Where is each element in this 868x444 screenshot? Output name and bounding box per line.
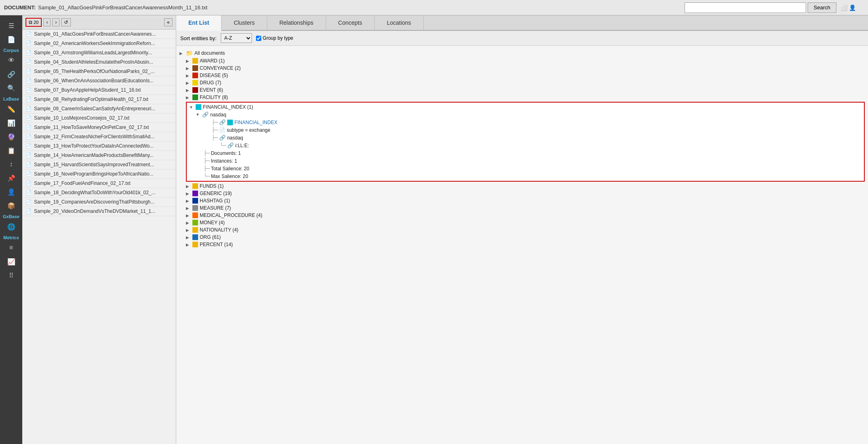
file-item[interactable]: 📄Sample_05_TheHealthPerksOfOurNationalPa… bbox=[22, 67, 176, 76]
file-item[interactable]: 📄Sample_06_WhenOnAnAssociationBoardEduca… bbox=[22, 76, 176, 86]
file-item[interactable]: 📄Sample_02_AmericanWorkersSeekImmigratio… bbox=[22, 39, 176, 48]
sidebar-doc-icon[interactable]: 📄 bbox=[3, 32, 19, 46]
doc-icon: 📄 bbox=[219, 127, 225, 133]
file-item[interactable]: 📄Sample_12_FirmCreatesNicheForClientsWit… bbox=[22, 132, 176, 142]
sort-select[interactable]: A-Z Z-A Count Salience bbox=[221, 33, 252, 43]
file-item[interactable]: 📄Sample_15_HarvardScientistSaysImprovedT… bbox=[22, 160, 176, 169]
search-button[interactable]: Search bbox=[808, 2, 836, 13]
file-item[interactable]: 📄Sample_14_HowAmericanMadeProductsBenefi… bbox=[22, 151, 176, 160]
badge-button[interactable]: ⧉ 20 bbox=[26, 18, 42, 27]
org-icon bbox=[192, 234, 198, 240]
expand-button[interactable]: « bbox=[164, 18, 173, 26]
tree-nasdaq[interactable]: ▼ 🔗 nasdaq bbox=[188, 111, 863, 118]
tab-ent-list[interactable]: Ent List bbox=[176, 15, 222, 31]
tree-medical-procedure[interactable]: ▶ MEDICAL_PROCEDURE (4) bbox=[178, 212, 866, 219]
sidebar-dots-icon[interactable]: ⠿ bbox=[3, 268, 19, 282]
tree-award[interactable]: ▶ AWARD (1) bbox=[178, 57, 866, 64]
tree-facility[interactable]: ▶ FACILITY (8) bbox=[178, 94, 866, 101]
sidebar-book-icon[interactable]: 📋 bbox=[3, 144, 19, 157]
file-item[interactable]: 📄Sample_07_BuyAnAppleHelpAStudent_11_16.… bbox=[22, 86, 176, 95]
copy-icon: ⧉ bbox=[29, 19, 32, 25]
tab-concepts[interactable]: Concepts bbox=[326, 15, 375, 30]
tree-conveyance[interactable]: ▶ CONVEYANCE (2) bbox=[178, 64, 866, 72]
file-item[interactable]: 📄Sample_10_LosMejoresConsejos_02_17.txt bbox=[22, 114, 176, 123]
prev-button[interactable]: ‹ bbox=[43, 18, 51, 26]
sidebar-eye-icon[interactable]: 👁 bbox=[3, 54, 19, 67]
file-name: Sample_04_StudentAthletesEmulatetheProsI… bbox=[34, 59, 153, 65]
sidebar-list-icon[interactable]: ≡ bbox=[3, 241, 19, 255]
tab-relationships[interactable]: Relationships bbox=[267, 15, 326, 30]
file-item[interactable]: 📄Sample_08_RehydratingForOptimalHealth_0… bbox=[22, 95, 176, 104]
sidebar-lxbase-label[interactable]: LxBase bbox=[3, 97, 19, 101]
tree-area[interactable]: ▶ 📁 All documents ▶ AWARD (1) ▶ CONVEYAN… bbox=[176, 46, 868, 444]
file-item[interactable]: 📄Sample_13_HowToProtectYourDataInAConnec… bbox=[22, 142, 176, 151]
file-item[interactable]: 📄Sample_09_CareerInSalesCanSatisfyAnEntr… bbox=[22, 104, 176, 114]
file-list: 📄Sample_01_AflacGoesPinkForBreastCancerA… bbox=[22, 30, 176, 444]
tree-event[interactable]: ▶ EVENT (6) bbox=[178, 86, 866, 94]
tree-drug[interactable]: ▶ DRUG (7) bbox=[178, 79, 866, 86]
file-name: Sample_05_TheHealthPerksOfOurNationalPar… bbox=[34, 69, 155, 74]
ille-connector: └─ bbox=[220, 142, 226, 148]
tree-percent[interactable]: ▶ PERCENT (14) bbox=[178, 241, 866, 248]
sidebar-chart-icon[interactable]: 📈 bbox=[3, 255, 19, 268]
sidebar-link-icon[interactable]: 🔗 bbox=[3, 67, 19, 81]
drug-label: DRUG (7) bbox=[200, 80, 221, 86]
sidebar-person-icon[interactable]: 👤 bbox=[3, 185, 19, 199]
award-icon bbox=[192, 58, 198, 64]
file-item[interactable]: 📄Sample_16_NovelProgramBringsHopeToAfric… bbox=[22, 169, 176, 179]
sidebar-edit-icon[interactable]: ✏️ bbox=[3, 102, 19, 116]
group-checkbox[interactable] bbox=[256, 36, 261, 41]
sidebar-cluster-icon[interactable]: 🔮 bbox=[3, 130, 19, 144]
mp-icon bbox=[192, 212, 198, 218]
search-input[interactable] bbox=[685, 2, 806, 13]
file-item[interactable]: 📄Sample_11_HowToSaveMoneyOnPetCare_02_17… bbox=[22, 123, 176, 132]
refresh-button[interactable]: ↺ bbox=[61, 18, 71, 26]
file-item[interactable]: 📄Sample_04_StudentAthletesEmulatethePros… bbox=[22, 58, 176, 67]
sidebar-table-icon[interactable]: 📊 bbox=[3, 116, 19, 130]
file-icon: 📄 bbox=[26, 87, 32, 93]
sidebar-metrics-label[interactable]: Metrics bbox=[3, 235, 19, 240]
funds-label: FUNDS (1) bbox=[200, 183, 224, 189]
tree-generic[interactable]: ▶ GENERIC (19) bbox=[178, 190, 866, 197]
sidebar-arrow-icon[interactable]: ↕ bbox=[3, 157, 19, 171]
group-label: Group by type bbox=[263, 35, 293, 41]
file-item[interactable]: 📄Sample_19_CompaniesAreDiscoveringThatPi… bbox=[22, 197, 176, 207]
file-item[interactable]: 📄Sample_17_FoodFuelAndFinance_02_17.txt bbox=[22, 179, 176, 188]
file-item[interactable]: 📄Sample_20_VideoOnDemandVsTheDVDMarket_1… bbox=[22, 207, 176, 216]
sidebar-gxbase-label[interactable]: GxBase bbox=[3, 214, 19, 219]
sidebar-pin-icon[interactable]: 📌 bbox=[3, 171, 19, 185]
tree-org[interactable]: ▶ ORG (61) bbox=[178, 234, 866, 241]
tree-nasdaq-child[interactable]: ├─ 🔗 nasdaq bbox=[188, 134, 863, 142]
sidebar-menu-icon[interactable]: ☰ bbox=[3, 19, 19, 32]
event-arrow: ▶ bbox=[186, 88, 191, 92]
file-name: Sample_18_DecidingWhatToDoWithYourOld401… bbox=[34, 190, 156, 195]
tree-financial-index[interactable]: ▼ FINANCIAL_INDEX (1) bbox=[188, 103, 863, 111]
file-icon: 📄 bbox=[26, 106, 32, 112]
file-item[interactable]: 📄Sample_18_DecidingWhatToDoWithYourOld40… bbox=[22, 188, 176, 197]
tree-disease[interactable]: ▶ DISEASE (5) bbox=[178, 72, 866, 79]
tree-ille[interactable]: └─ 🔗 i:LL:E: bbox=[188, 142, 863, 149]
file-item[interactable]: 📄Sample_03_ArmstrongWilliamsLeadsLargest… bbox=[22, 48, 176, 58]
tree-money[interactable]: ▶ MONEY (4) bbox=[178, 219, 866, 226]
tree-funds[interactable]: ▶ FUNDS (1) bbox=[178, 182, 866, 190]
file-item[interactable]: 📄Sample_01_AflacGoesPinkForBreastCancerA… bbox=[22, 30, 176, 39]
generic-label: GENERIC (19) bbox=[200, 191, 232, 196]
tree-hashtag[interactable]: ▶ HASHTAG (1) bbox=[178, 197, 866, 204]
link-icon-1: 🔗 bbox=[202, 112, 209, 118]
award-label: AWARD (1) bbox=[200, 58, 225, 64]
sidebar-corpus-label[interactable]: Corpus bbox=[3, 48, 19, 53]
sidebar-globe-icon[interactable]: 🌐 bbox=[3, 220, 19, 234]
next-button[interactable]: › bbox=[52, 18, 60, 26]
tab-clusters[interactable]: Clusters bbox=[222, 15, 267, 30]
top-bar: DOCUMENT: Sample_01_AflacGoesPinkForBrea… bbox=[0, 0, 868, 15]
tree-nationality[interactable]: ▶ NATIONALITY (4) bbox=[178, 226, 866, 234]
tab-locations[interactable]: Locations bbox=[375, 15, 424, 30]
sidebar-box-icon[interactable]: 📦 bbox=[3, 199, 19, 212]
search-container: Search ⬜ 👤 bbox=[685, 2, 856, 13]
tree-root[interactable]: ▶ 📁 All documents bbox=[178, 49, 866, 57]
total-salience-label: Total Salience: 20 bbox=[211, 166, 250, 172]
sidebar-search-icon[interactable]: 🔍 bbox=[3, 81, 19, 95]
tree-measure[interactable]: ▶ MEASURE (7) bbox=[178, 204, 866, 212]
tree-fi-child[interactable]: ├─ 🔗 FINANCIAL_INDEX bbox=[188, 118, 863, 126]
tree-subtype[interactable]: ├─ 📄 subtype = exchange bbox=[188, 126, 863, 134]
